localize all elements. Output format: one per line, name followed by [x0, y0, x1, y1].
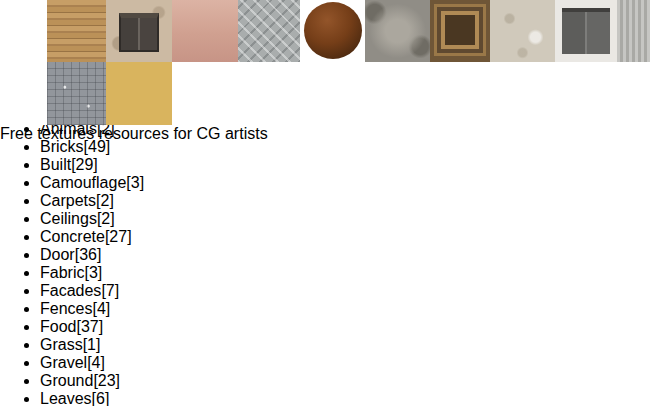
- album-count: [2]: [96, 192, 114, 209]
- graffiti-blue-doors-tile: [238, 62, 300, 125]
- album-count: [4]: [92, 300, 110, 317]
- sidebar-item-fences[interactable]: Fences[4]: [40, 300, 650, 318]
- sidebar-item-built[interactable]: Built[29]: [40, 156, 650, 174]
- rusty-sphere-tile: [300, 0, 365, 62]
- sidebar-item-label: Leaves: [40, 390, 92, 406]
- golden-carving-tile: [106, 62, 172, 125]
- sidebar-item-label: Grass: [40, 336, 83, 353]
- sidebar-item-label: Fences: [40, 300, 92, 317]
- album-count: [37]: [76, 318, 103, 335]
- weathered-plaster-tile: [490, 0, 555, 62]
- stone-relief-tile: [172, 62, 238, 125]
- sidebar-item-label: Gravel: [40, 354, 87, 371]
- mosaic-row-1: [0, 0, 650, 62]
- wooden-shutters-tile: [555, 0, 617, 62]
- album-count: [1]: [83, 336, 101, 353]
- album-count: [6]: [92, 390, 110, 406]
- red-brick-tile: [430, 62, 490, 125]
- sidebar-item-label: Built: [40, 156, 71, 173]
- carved-square-icon: [441, 11, 479, 49]
- stone-ornament-tile: [365, 0, 430, 62]
- carved-wood-panel-tile: [430, 0, 490, 62]
- sidebar-item-fabric[interactable]: Fabric[3]: [40, 264, 650, 282]
- album-count: [29]: [71, 156, 98, 173]
- header-banner: Free textures resources for CG artists: [0, 0, 650, 125]
- white-brick-tile: [617, 62, 650, 125]
- album-count: [4]: [87, 354, 105, 371]
- window-icon: [119, 13, 159, 52]
- wood-planks-tile: [47, 0, 106, 62]
- blank-tile: [0, 0, 47, 62]
- rusty-sphere-icon: [304, 2, 362, 59]
- graffiti-wall-tile: [555, 62, 617, 125]
- pebble-plaster-tile: [490, 62, 555, 125]
- sidebar-item-label: Ceilings: [40, 210, 97, 227]
- album-count: [23]: [93, 372, 120, 389]
- sidebar-item-gravel[interactable]: Gravel[4]: [40, 354, 650, 372]
- sidebar-item-concrete[interactable]: Concrete[27]: [40, 228, 650, 246]
- sidebar-item-facades[interactable]: Facades[7]: [40, 282, 650, 300]
- sidebar-item-label: Carpets: [40, 192, 96, 209]
- mosaic-row-2: [0, 62, 650, 125]
- album-count: [27]: [105, 228, 132, 245]
- albums-list: Animals[2] Bricks[49] Built[29] Camoufla…: [0, 120, 650, 406]
- sidebar-item-carpets[interactable]: Carpets[2]: [40, 192, 650, 210]
- sidebar-item-label: Door: [40, 246, 75, 263]
- site-banner-title: Free textures resources for CG artists: [0, 125, 650, 143]
- cobblestone-tile: [47, 62, 106, 125]
- pink-plaster-tile: [172, 0, 238, 62]
- sidebar-item-ground[interactable]: Ground[23]: [40, 372, 650, 390]
- sidebar-item-grass[interactable]: Grass[1]: [40, 336, 650, 354]
- album-count: [2]: [97, 210, 115, 227]
- album-count: [3]: [126, 174, 144, 191]
- album-count: [7]: [101, 282, 119, 299]
- sidebar-item-label: Food: [40, 318, 76, 335]
- sidebar-item-label: Facades: [40, 282, 101, 299]
- brick-stone-wall-tile: [300, 62, 365, 125]
- corrugated-metal-tile: [617, 0, 650, 62]
- album-count: [3]: [84, 264, 102, 281]
- sidebar-item-door[interactable]: Door[36]: [40, 246, 650, 264]
- sidebar-item-ceilings[interactable]: Ceilings[2]: [40, 210, 650, 228]
- sidebar-item-label: Camouflage: [40, 174, 126, 191]
- album-count: [36]: [75, 246, 102, 263]
- sidebar-item-camouflage[interactable]: Camouflage[3]: [40, 174, 650, 192]
- blank-tile: [0, 62, 47, 125]
- sidebar-item-label: Concrete: [40, 228, 105, 245]
- mossy-bark-tile: [365, 62, 430, 125]
- sidebar-item-label: Ground: [40, 372, 93, 389]
- shutters-icon: [562, 8, 610, 54]
- sidebar-item-food[interactable]: Food[37]: [40, 318, 650, 336]
- sidebar-item-label: Fabric: [40, 264, 84, 281]
- sidebar-item-leaves[interactable]: Leaves[6]: [40, 390, 650, 406]
- diamond-plate-tile: [238, 0, 300, 62]
- stone-window-tile: [106, 0, 172, 62]
